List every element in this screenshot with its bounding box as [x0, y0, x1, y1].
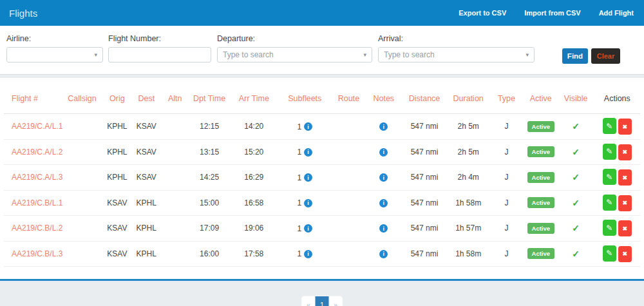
table-header-row: Flight # Callsign Orig Dest Altn Dpt Tim… — [4, 83, 640, 114]
airline-select[interactable]: ▾ — [6, 47, 103, 62]
flight-number-label: Flight Number: — [108, 34, 211, 43]
check-icon: ✓ — [572, 121, 580, 131]
subfleets-count: 1 — [297, 198, 301, 207]
subfleets-count: 1 — [297, 224, 301, 233]
add-flight-button[interactable]: Add Flight — [599, 9, 634, 17]
x-icon: ✖ — [623, 251, 628, 257]
clear-button[interactable]: Clear — [591, 48, 620, 64]
flight-number-link[interactable]: AA219/C.A/L.2 — [12, 148, 62, 157]
departure-label: Departure: — [217, 34, 372, 43]
info-icon[interactable]: i — [304, 250, 312, 258]
distance-cell: 547 nmi — [401, 148, 448, 157]
col-header-altn[interactable]: Altn — [160, 94, 189, 103]
flight-number-link[interactable]: AA219/C.B/L.1 — [12, 198, 62, 207]
departure-select[interactable]: Type to search ▾ — [217, 47, 372, 62]
x-icon: ✖ — [623, 200, 628, 206]
flight-number-filter-group: Flight Number: — [108, 26, 211, 62]
col-header-callsign[interactable]: Callsign — [62, 94, 102, 103]
edit-flight-button[interactable]: ✎ — [603, 118, 616, 134]
info-icon[interactable]: i — [304, 199, 312, 207]
col-header-route[interactable]: Route — [331, 94, 366, 103]
col-header-visible[interactable]: Visible — [557, 94, 594, 103]
col-header-active[interactable]: Active — [524, 94, 557, 103]
status-badge: Active — [527, 172, 555, 183]
info-icon[interactable]: i — [379, 224, 388, 233]
find-button[interactable]: Find — [562, 48, 588, 64]
arr-time-cell: 15:20 — [229, 148, 279, 157]
arr-time-cell: 19:06 — [229, 224, 279, 233]
edit-flight-button[interactable]: ✎ — [603, 195, 616, 211]
filter-bar: Airline: ▾ Flight Number: Departure: Typ… — [0, 26, 644, 75]
dest-cell: KPHL — [133, 249, 160, 258]
info-icon[interactable]: i — [304, 148, 312, 157]
arrival-select[interactable]: Type to search ▾ — [378, 47, 535, 62]
col-header-actions: Actions — [594, 94, 640, 103]
subfleets-count: 1 — [297, 148, 301, 157]
col-header-distance[interactable]: Distance — [401, 94, 448, 103]
check-icon: ✓ — [572, 223, 580, 233]
flight-number-input[interactable] — [108, 47, 211, 62]
status-badge: Active — [527, 146, 555, 157]
flights-table: Flight # Callsign Orig Dest Altn Dpt Tim… — [0, 78, 644, 279]
edit-flight-button[interactable]: ✎ — [603, 169, 616, 185]
info-icon[interactable]: i — [379, 199, 388, 207]
flights-admin-page: Flights Export to CSV Import from CSV Ad… — [0, 0, 644, 306]
col-header-flight[interactable]: Flight # — [4, 94, 62, 103]
col-header-notes[interactable]: Notes — [366, 94, 401, 103]
pencil-icon: ✎ — [606, 224, 612, 233]
pagination-page-1[interactable]: 1 — [316, 296, 329, 306]
info-icon[interactable]: i — [304, 224, 312, 233]
delete-flight-button[interactable]: ✖ — [618, 220, 632, 236]
orig-cell: KPHL — [102, 173, 132, 182]
info-icon[interactable]: i — [379, 148, 388, 157]
arr-time-cell: 16:29 — [229, 173, 279, 182]
notes-cell: i — [366, 198, 401, 207]
distance-cell: 547 nmi — [401, 122, 448, 131]
delete-flight-button[interactable]: ✖ — [618, 169, 632, 186]
notes-cell: i — [366, 148, 401, 157]
delete-flight-button[interactable]: ✖ — [618, 195, 632, 211]
col-header-dpt-time[interactable]: Dpt Time — [189, 94, 229, 103]
col-header-duration[interactable]: Duration — [448, 94, 489, 103]
pagination-prev[interactable]: « — [302, 296, 316, 306]
actions-cell: ✎✖ — [594, 220, 640, 236]
type-cell: J — [489, 173, 524, 182]
col-header-orig[interactable]: Orig — [102, 94, 132, 103]
visible-cell: ✓ — [557, 249, 594, 259]
flight-number-link[interactable]: AA219/C.B/L.2 — [12, 224, 62, 233]
edit-flight-button[interactable]: ✎ — [603, 220, 616, 236]
import-csv-button[interactable]: Import from CSV — [524, 9, 580, 17]
type-cell: J — [489, 198, 524, 207]
edit-flight-button[interactable]: ✎ — [603, 144, 616, 160]
flight-number-link[interactable]: AA219/C.A/L.3 — [12, 173, 62, 182]
flight-number-link[interactable]: AA219/C.A/L.1 — [12, 122, 62, 131]
info-icon[interactable]: i — [379, 122, 388, 131]
info-icon[interactable]: i — [304, 173, 312, 182]
info-icon[interactable]: i — [379, 173, 388, 182]
dpt-time-cell: 15:00 — [189, 198, 229, 207]
notes-cell: i — [366, 249, 401, 258]
col-header-subfleets[interactable]: Subfleets — [279, 94, 331, 103]
subfleets-count: 1 — [297, 173, 301, 182]
subfleets-cell: 1i — [279, 122, 331, 131]
delete-flight-button[interactable]: ✖ — [618, 246, 632, 262]
export-csv-button[interactable]: Export to CSV — [459, 9, 506, 17]
subfleets-cell: 1i — [279, 147, 331, 157]
status-badge: Active — [527, 223, 555, 234]
delete-flight-button[interactable]: ✖ — [618, 119, 632, 135]
edit-flight-button[interactable]: ✎ — [603, 245, 616, 262]
filter-buttons: Find Clear — [562, 48, 620, 64]
subfleets-cell: 1i — [279, 249, 331, 258]
col-header-type[interactable]: Type — [489, 94, 524, 103]
info-icon[interactable]: i — [304, 122, 312, 131]
flight-number-link[interactable]: AA219/C.B/L.3 — [12, 249, 62, 258]
orig-cell: KPHL — [102, 148, 132, 157]
info-icon[interactable]: i — [379, 250, 388, 258]
delete-flight-button[interactable]: ✖ — [618, 144, 632, 160]
col-header-dest[interactable]: Dest — [133, 94, 160, 103]
orig-cell: KSAV — [102, 249, 132, 258]
pagination-next[interactable]: » — [329, 296, 343, 306]
airline-label: Airline: — [6, 34, 103, 43]
actions-cell: ✎✖ — [594, 169, 640, 186]
col-header-arr-time[interactable]: Arr Time — [229, 94, 279, 103]
